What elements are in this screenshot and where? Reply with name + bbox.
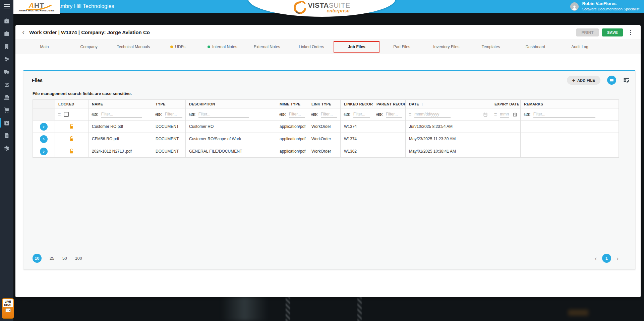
col-parent-record: PARENT RECORD xyxy=(373,100,406,108)
add-file-button[interactable]: + ADD FILE xyxy=(567,76,600,85)
folder-icon xyxy=(609,78,614,82)
tab-job-files[interactable]: Job Files xyxy=(334,41,379,53)
match-case-icon[interactable]: abc xyxy=(376,112,383,116)
linked-record-filter-input[interactable] xyxy=(353,111,370,117)
match-case-icon[interactable]: abc xyxy=(524,112,531,116)
sidebar-item-cash-register-icon[interactable] xyxy=(0,93,13,102)
work-order-panel: ‹ Work Order | W1374 | Company: Jorge Av… xyxy=(15,25,641,297)
print-button[interactable]: PRINT xyxy=(576,28,599,36)
cell-parent-record xyxy=(373,145,406,158)
match-case-icon[interactable]: abc xyxy=(279,112,286,116)
tab-dashboard[interactable]: Dashboard xyxy=(513,41,558,53)
more-options-kebab-icon[interactable]: ⋮ xyxy=(626,29,635,36)
match-case-icon[interactable]: abc xyxy=(344,112,351,116)
sidebar-item-gear-icon[interactable] xyxy=(0,144,13,153)
locked-filter-checkbox[interactable] xyxy=(64,112,69,117)
page-size-50[interactable]: 50 xyxy=(62,256,67,261)
aht-swoosh-icon xyxy=(26,5,52,11)
cell-date: Jun/10/2025 8:23:54 AM xyxy=(406,121,491,133)
tab-templates[interactable]: Templates xyxy=(469,41,513,53)
row-expand-button[interactable]: › xyxy=(40,148,48,155)
cell-expiry xyxy=(491,145,521,158)
match-case-icon[interactable]: abc xyxy=(311,112,318,116)
cell-date: May/01/2025 10:38:41 AM xyxy=(406,145,491,158)
col-name: NAME xyxy=(89,100,152,108)
prev-page-chevron-icon[interactable]: ‹ xyxy=(595,255,597,261)
folder-browse-button[interactable] xyxy=(607,76,616,85)
parent-record-filter-input[interactable] xyxy=(386,111,402,117)
cell-link-type: WorkOrder xyxy=(308,133,341,145)
udfs-status-dot xyxy=(170,46,173,48)
edit-columns-button[interactable] xyxy=(623,77,630,84)
empty-space xyxy=(23,158,635,254)
sidebar-item-calendar-plus-icon[interactable] xyxy=(0,118,13,128)
pagination-bar: 10 25 50 100 ‹ 1 › xyxy=(33,254,619,263)
match-case-icon[interactable]: abc xyxy=(189,112,196,116)
remarks-filter-input[interactable] xyxy=(533,111,595,117)
tab-internal-notes[interactable]: Internal Notes xyxy=(200,41,245,53)
unlocked-padlock-icon[interactable] xyxy=(69,136,74,142)
sort-desc-icon: ↓ xyxy=(421,102,423,106)
sidebar-item-shopping-cart-icon[interactable] xyxy=(0,105,13,115)
row-expand-button[interactable]: › xyxy=(40,123,48,131)
tab-linked-orders[interactable]: Linked Orders xyxy=(289,41,334,53)
user-menu[interactable]: Robin VanFlores Software Documentation S… xyxy=(570,0,639,13)
row-expand-button[interactable]: › xyxy=(40,135,48,143)
mime-filter-input[interactable] xyxy=(289,111,305,117)
aht-logo: AHT xyxy=(29,2,44,9)
vistasuite-logo-panel: VISTASUITE enterprise xyxy=(248,0,396,17)
unlocked-padlock-icon[interactable] xyxy=(69,124,74,130)
match-case-icon[interactable]: abc xyxy=(155,112,162,116)
name-filter-input[interactable] xyxy=(101,111,142,117)
col-date[interactable]: DATE↓ xyxy=(406,100,491,108)
expiry-filter-input[interactable] xyxy=(500,111,509,117)
col-remarks: REMARKS xyxy=(521,100,611,108)
tab-part-files[interactable]: Part Files xyxy=(379,41,424,53)
sidebar-item-building-icon[interactable] xyxy=(0,42,13,51)
back-chevron-icon[interactable]: ‹ xyxy=(22,29,24,36)
record-title-bar: ‹ Work Order | W1374 | Company: Jorge Av… xyxy=(15,25,641,39)
save-button[interactable]: SAVE xyxy=(602,28,623,36)
col-link-type: LINK TYPE xyxy=(308,100,341,108)
equals-filter-icon[interactable]: = xyxy=(494,112,497,117)
link-type-filter-input[interactable] xyxy=(321,111,337,117)
equals-filter-icon[interactable]: = xyxy=(409,112,411,117)
page-size-25[interactable]: 25 xyxy=(50,256,54,261)
current-page-button[interactable]: 1 xyxy=(602,254,611,263)
hamburger-menu-icon[interactable] xyxy=(0,0,13,13)
table-row: › Customer RO.pdf DOCUMENT Customer RO a… xyxy=(33,121,619,133)
page-size-10[interactable]: 10 xyxy=(33,254,42,263)
calendar-icon[interactable] xyxy=(513,112,517,117)
sidebar-item-edit-note-icon[interactable] xyxy=(0,80,13,89)
cell-type: DOCUMENT xyxy=(152,121,186,133)
tab-main[interactable]: Main xyxy=(22,41,67,53)
tab-udfs[interactable]: UDFs xyxy=(156,41,200,53)
sidebar-item-briefcase-icon[interactable] xyxy=(0,16,13,26)
sidebar-item-document-icon[interactable] xyxy=(0,131,13,140)
cell-mime: application/pdf xyxy=(276,145,308,158)
tab-external-notes[interactable]: External Notes xyxy=(245,41,289,53)
user-role: Software Documentation Specialist xyxy=(582,7,639,11)
company-logo[interactable]: AHT AMBRY HILL TECHNOLOGIES xyxy=(13,0,60,14)
cell-remarks xyxy=(521,133,611,145)
sidebar-item-truck-icon[interactable] xyxy=(0,67,13,77)
calendar-icon[interactable] xyxy=(483,112,488,117)
page-size-100[interactable]: 100 xyxy=(75,256,82,261)
sidebar-item-briefcase-alt-icon[interactable] xyxy=(0,29,13,38)
description-filter-input[interactable] xyxy=(198,111,249,117)
tab-technical-manuals[interactable]: Technical Manuals xyxy=(111,41,156,53)
sidebar-item-bubbles-icon[interactable] xyxy=(0,55,13,64)
tab-company[interactable]: Company xyxy=(67,41,111,53)
tab-inventory-files[interactable]: Inventory Files xyxy=(424,41,469,53)
next-page-chevron-icon[interactable]: › xyxy=(617,255,619,261)
type-filter-input[interactable] xyxy=(165,111,182,117)
col-mime-type: MIME TYPE xyxy=(276,100,308,108)
date-filter-input[interactable] xyxy=(414,111,451,117)
equals-filter-icon[interactable]: = xyxy=(58,112,61,117)
filter-row: = abc abc abc abc abc abc abc = = abc xyxy=(33,108,619,121)
tab-audit-log[interactable]: Audit Log xyxy=(558,41,602,53)
vistasuite-swoosh-icon xyxy=(293,1,307,14)
match-case-icon[interactable]: abc xyxy=(92,112,99,116)
unlocked-padlock-icon[interactable] xyxy=(69,148,74,154)
live-chat-button[interactable]: LIVE CHAT xyxy=(2,298,14,319)
